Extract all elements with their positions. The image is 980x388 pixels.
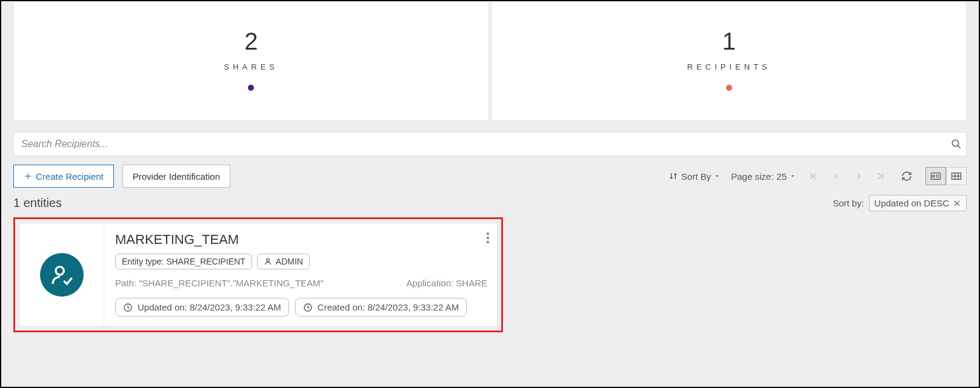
owner-pill: ADMIN bbox=[257, 254, 310, 269]
page-size-value: 25 bbox=[776, 171, 787, 182]
create-recipient-label: Create Recipient bbox=[36, 171, 104, 182]
svg-point-19 bbox=[487, 241, 489, 243]
sort-by-prefix: Sort by: bbox=[833, 198, 864, 208]
recipients-tile[interactable]: 1 RECIPIENTS bbox=[492, 2, 967, 121]
grid-view-icon bbox=[951, 172, 962, 180]
page-size-prefix: Page size: bbox=[731, 171, 773, 182]
search-input[interactable] bbox=[13, 132, 967, 156]
application-label: Application: SHARE bbox=[407, 278, 487, 288]
sort-by-dropdown[interactable]: Sort By bbox=[668, 171, 720, 182]
updated-on-label: Updated on: 8/24/2023, 9:33:22 AM bbox=[138, 302, 281, 312]
svg-point-18 bbox=[487, 237, 489, 239]
recipients-value: 1 bbox=[722, 28, 736, 55]
recipients-label: RECIPIENTS bbox=[687, 62, 771, 71]
close-icon[interactable] bbox=[953, 199, 961, 208]
entity-card-menu-button[interactable] bbox=[486, 232, 490, 244]
path-label: Path: "SHARE_RECIPIENT"."MARKETING_TEAM" bbox=[115, 278, 324, 288]
shares-dot-icon bbox=[248, 85, 254, 91]
user-icon bbox=[264, 257, 272, 266]
pager-first-button[interactable] bbox=[807, 169, 821, 183]
grid-view-button[interactable] bbox=[946, 167, 967, 185]
kebab-icon bbox=[486, 232, 490, 244]
create-recipient-button[interactable]: Create Recipient bbox=[13, 165, 114, 188]
svg-point-20 bbox=[267, 258, 270, 261]
clock-icon bbox=[123, 303, 133, 312]
recipients-dot-icon bbox=[726, 85, 732, 91]
first-page-icon bbox=[809, 171, 819, 181]
created-on-label: Created on: 8/24/2023, 9:33:22 AM bbox=[318, 302, 459, 312]
chevron-left-icon bbox=[832, 172, 841, 180]
svg-line-1 bbox=[958, 145, 961, 148]
sort-chip[interactable]: Updated on DESC bbox=[869, 195, 967, 211]
entity-title: MARKETING_TEAM bbox=[115, 232, 487, 248]
sort-chip-label: Updated on DESC bbox=[875, 198, 949, 208]
shares-value: 2 bbox=[244, 28, 258, 55]
search-icon[interactable] bbox=[951, 139, 962, 150]
refresh-button[interactable] bbox=[899, 168, 915, 184]
refresh-icon bbox=[901, 171, 912, 182]
entity-card[interactable]: MARKETING_TEAM Entity type: SHARE_RECIPI… bbox=[19, 223, 498, 327]
svg-point-17 bbox=[487, 232, 489, 235]
card-view-icon bbox=[930, 172, 941, 180]
chevron-down-icon bbox=[790, 173, 796, 179]
svg-point-16 bbox=[56, 267, 64, 275]
entity-card-highlight: MARKETING_TEAM Entity type: SHARE_RECIPI… bbox=[13, 217, 503, 332]
entity-card-avatar-area bbox=[19, 223, 104, 326]
owner-label: ADMIN bbox=[276, 257, 303, 266]
entity-type-label: Entity type: SHARE_RECIPIENT bbox=[122, 257, 245, 266]
provider-identification-label: Provider Identification bbox=[133, 171, 220, 182]
plus-icon bbox=[24, 172, 32, 180]
updated-on-pill: Updated on: 8/24/2023, 9:33:22 AM bbox=[115, 298, 289, 317]
clock-icon bbox=[303, 303, 313, 312]
recipient-avatar-icon bbox=[40, 253, 84, 297]
chevron-down-icon bbox=[714, 173, 720, 179]
shares-tile[interactable]: 2 SHARES bbox=[13, 2, 489, 121]
pager-prev-button[interactable] bbox=[830, 169, 843, 183]
pager-next-button[interactable] bbox=[852, 169, 865, 183]
page-size-dropdown[interactable]: Page size: 25 bbox=[731, 171, 796, 182]
created-on-pill: Created on: 8/24/2023, 9:33:22 AM bbox=[295, 298, 467, 317]
sort-icon bbox=[668, 171, 678, 181]
provider-identification-button[interactable]: Provider Identification bbox=[122, 165, 230, 188]
last-page-icon bbox=[876, 171, 885, 181]
pager-last-button[interactable] bbox=[873, 169, 888, 183]
shares-label: SHARES bbox=[224, 62, 278, 71]
entity-type-pill: Entity type: SHARE_RECIPIENT bbox=[115, 254, 252, 269]
entities-count-label: 1 entities bbox=[13, 196, 62, 210]
svg-point-7 bbox=[933, 176, 935, 177]
svg-point-0 bbox=[952, 140, 959, 146]
card-view-button[interactable] bbox=[925, 167, 946, 185]
chevron-right-icon bbox=[854, 172, 862, 180]
sort-by-label: Sort By bbox=[681, 171, 711, 182]
